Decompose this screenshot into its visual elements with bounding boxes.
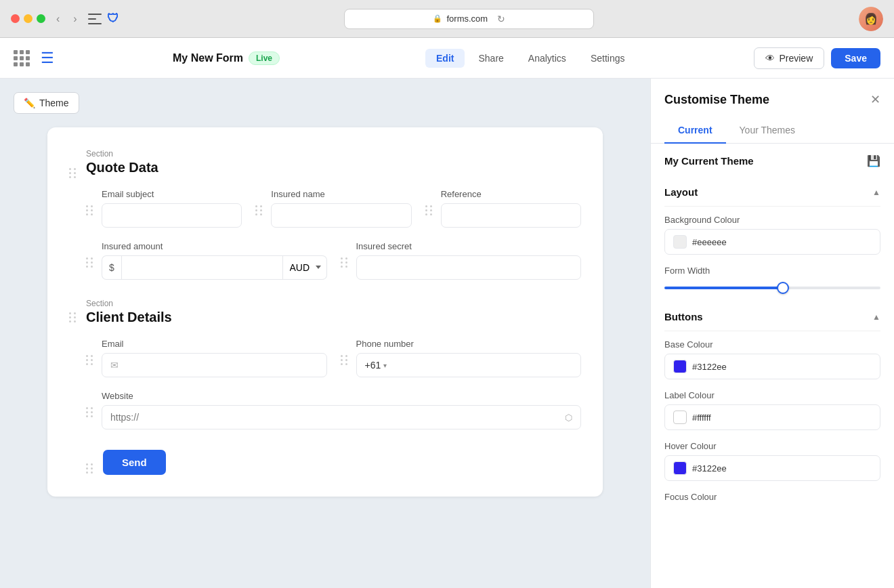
- section-title-2: Client Details: [86, 310, 581, 325]
- external-link-icon: ⬡: [565, 413, 572, 423]
- preview-label: Preview: [779, 53, 813, 64]
- background-colour-value: #eeeeee: [692, 237, 727, 247]
- form-width-range[interactable]: [664, 287, 880, 289]
- grid-icon[interactable]: [14, 50, 30, 66]
- tab-edit[interactable]: Edit: [425, 49, 465, 68]
- current-theme-label: My Current Theme: [664, 155, 754, 167]
- section-label-2: Section: [86, 299, 581, 308]
- buttons-section: Buttons ▲ Base Colour #3122ee Label Colo…: [664, 303, 880, 502]
- background-colour-group: Background Colour #eeeeee: [664, 215, 880, 255]
- dot-green[interactable]: [37, 14, 45, 23]
- logo-icon[interactable]: ☰: [41, 49, 54, 67]
- hover-colour-label: Hover Colour: [664, 441, 880, 451]
- form-width-slider: [664, 280, 880, 292]
- label-email: Email: [102, 339, 327, 349]
- avatar-image: 👩: [859, 7, 883, 31]
- hover-colour-input[interactable]: #3122ee: [664, 455, 880, 481]
- preview-button[interactable]: 👁 Preview: [754, 47, 824, 69]
- theme-label: Theme: [39, 98, 69, 108]
- shield-icon: 🛡: [107, 12, 119, 26]
- field-reference: Reference: [441, 189, 581, 228]
- form-row-4: Website ⬡: [86, 391, 581, 429]
- currency-prefix: $: [102, 255, 121, 280]
- form-card: Section Quote Data Email subject: [47, 127, 603, 497]
- nav-tabs: Edit Share Analytics Settings: [425, 49, 635, 68]
- pencil-icon: ✏️: [24, 98, 35, 108]
- label-colour-input[interactable]: #ffffff: [664, 404, 880, 430]
- form-canvas: ✏️ Theme Section Quote Data: [0, 79, 650, 588]
- drag-handle-8[interactable]: [86, 407, 93, 417]
- drag-handle-4[interactable]: [86, 257, 93, 268]
- field-insured-name: Insured name: [271, 189, 411, 228]
- section-title-1: Quote Data: [86, 160, 581, 175]
- input-email-subject[interactable]: [102, 203, 242, 228]
- input-website[interactable]: [110, 412, 565, 423]
- input-insured-secret[interactable]: [356, 255, 582, 280]
- main-area: ✏️ Theme Section Quote Data: [0, 79, 894, 588]
- current-theme-row: My Current Theme 💾: [664, 154, 880, 167]
- focus-colour-group: Focus Colour: [664, 492, 880, 502]
- tab-analytics[interactable]: Analytics: [517, 49, 577, 68]
- background-colour-input[interactable]: #eeeeee: [664, 229, 880, 255]
- sidebar-toggle[interactable]: [88, 14, 102, 24]
- currency-select[interactable]: AUD USD EUR: [283, 255, 327, 280]
- input-insured-name[interactable]: [271, 203, 411, 228]
- header-right: 👁 Preview Save: [754, 47, 880, 69]
- form-info: My New Form Live: [173, 51, 280, 65]
- panel-tab-current[interactable]: Current: [664, 118, 726, 144]
- panel-tab-your-themes[interactable]: Your Themes: [726, 118, 809, 144]
- field-email: Email ✉: [102, 339, 327, 377]
- drag-handle-2[interactable]: [255, 205, 263, 215]
- form-row-2: Insured amount $ AUD USD EUR: [86, 241, 581, 280]
- url-text: forms.com: [446, 14, 488, 24]
- input-insured-amount[interactable]: [121, 255, 283, 280]
- input-reference[interactable]: [441, 203, 581, 228]
- background-colour-label: Background Colour: [664, 215, 880, 225]
- tab-settings[interactable]: Settings: [580, 49, 636, 68]
- drag-handle-send[interactable]: [86, 463, 93, 474]
- website-input-wrap[interactable]: ⬡: [102, 405, 581, 429]
- label-phone: Phone number: [356, 339, 582, 349]
- email-input-wrap[interactable]: ✉: [102, 353, 327, 377]
- dot-yellow[interactable]: [24, 14, 33, 23]
- field-email-subject: Email subject: [102, 189, 242, 228]
- drag-handle-1[interactable]: [86, 205, 93, 215]
- close-button[interactable]: ✕: [870, 92, 880, 107]
- send-button[interactable]: Send: [103, 450, 166, 475]
- layout-section-header[interactable]: Layout ▲: [664, 178, 880, 207]
- save-button[interactable]: Save: [831, 48, 880, 68]
- dot-red[interactable]: [11, 14, 20, 23]
- layout-title: Layout: [664, 186, 698, 198]
- form-width-label: Form Width: [664, 266, 880, 276]
- hover-colour-group: Hover Colour #3122ee: [664, 441, 880, 481]
- section-label-1: Section: [86, 149, 581, 159]
- label-reference: Reference: [441, 189, 581, 199]
- drag-handle-section-1[interactable]: [69, 168, 77, 178]
- section-client-details: Section Client Details Email: [69, 299, 581, 475]
- currency-group: $ AUD USD EUR: [102, 255, 327, 280]
- drag-handle-7[interactable]: [341, 355, 348, 365]
- buttons-section-header[interactable]: Buttons ▲: [664, 303, 880, 331]
- theme-button[interactable]: ✏️ Theme: [14, 92, 79, 114]
- save-theme-icon[interactable]: 💾: [867, 154, 880, 167]
- refresh-button[interactable]: ↻: [497, 14, 505, 24]
- back-button[interactable]: ‹: [54, 12, 62, 26]
- label-insured-amount: Insured amount: [102, 241, 327, 251]
- label-colour-group: Label Colour #ffffff: [664, 390, 880, 430]
- base-colour-input[interactable]: #3122ee: [664, 354, 880, 379]
- drag-handle-6[interactable]: [86, 355, 93, 365]
- form-width-group: Form Width: [664, 266, 880, 292]
- drag-handle-section-2[interactable]: [69, 312, 77, 322]
- tab-share[interactable]: Share: [467, 49, 514, 68]
- panel-body: My Current Theme 💾 Layout ▲ Background C…: [651, 144, 894, 588]
- eye-icon: 👁: [765, 53, 775, 64]
- avatar[interactable]: 👩: [859, 7, 883, 31]
- drag-handle-5[interactable]: [341, 257, 348, 268]
- field-website: Website ⬡: [102, 391, 581, 429]
- drag-handle-3[interactable]: [425, 205, 433, 215]
- base-colour-swatch: [673, 360, 687, 373]
- form-row-3: Email ✉: [86, 339, 581, 377]
- url-bar: 🔒 forms.com ↻: [344, 9, 594, 29]
- phone-input-wrap[interactable]: +61 ▾: [356, 353, 582, 377]
- forward-button[interactable]: ›: [70, 12, 79, 26]
